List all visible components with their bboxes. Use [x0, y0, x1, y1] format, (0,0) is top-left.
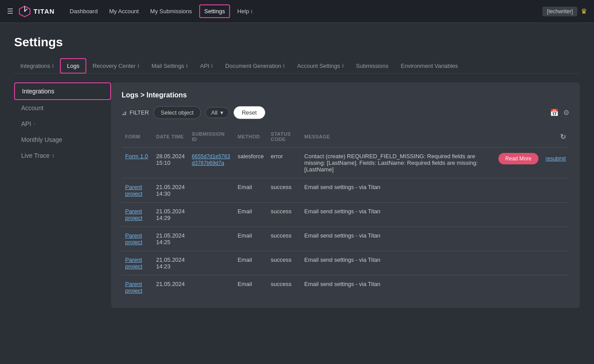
actions-cell — [495, 251, 569, 275]
filter-icon: ⊿ — [122, 109, 127, 116]
sidebar-item-live-trace[interactable]: Live Trace ℹ — [14, 148, 111, 163]
nav-dashboard[interactable]: Dashboard — [65, 5, 102, 17]
all-select-dropdown[interactable]: All ▾ — [205, 107, 229, 118]
actions-cell — [495, 227, 569, 251]
page-body: Settings Integrations ℹ Logs Recovery Ce… — [0, 23, 594, 308]
col-message: MESSAGE — [301, 128, 495, 148]
submission-id-cell — [188, 275, 234, 300]
panel-title: Logs > Integrations — [122, 91, 569, 99]
topnav-right: [techwriter] ♛ — [542, 7, 587, 16]
submission-id-cell — [188, 251, 234, 275]
status-code-cell: success — [267, 227, 301, 251]
message-cell: Contact (create) REQUIRED_FIELD_MISSING:… — [301, 148, 495, 178]
method-cell: Email — [234, 275, 267, 300]
actions-cell: Read Moreresubmit — [495, 148, 569, 178]
submission-id-link[interactable]: 6655d7d1e5763 d3787b69d7a — [192, 153, 230, 166]
sidebar: Integrations Account API › Monthly Usage… — [14, 82, 111, 308]
reset-button[interactable]: Reset — [234, 106, 265, 119]
tab-mail-settings[interactable]: Mail Settings ℹ — [145, 59, 194, 73]
submission-id-cell — [188, 227, 234, 251]
logo: TITAN — [19, 5, 55, 18]
table-row: Parent project21.05.2024 14:29Emailsucce… — [122, 203, 569, 227]
actions-cell — [495, 178, 569, 203]
tab-integrations[interactable]: Integrations ℹ — [14, 59, 60, 73]
method-cell: Email — [234, 251, 267, 275]
date-time-cell: 21.05.2024 14:29 — [152, 203, 188, 227]
resubmit-link[interactable]: resubmit — [546, 156, 566, 162]
message-cell: Email send settings - via Titan — [301, 203, 495, 227]
sidebar-item-account[interactable]: Account — [14, 100, 111, 116]
date-time-cell: 21.05.2024 14:25 — [152, 227, 188, 251]
settings-tabs: Integrations ℹ Logs Recovery Center ℹ Ma… — [14, 58, 580, 74]
refresh-icon[interactable]: ↻ — [560, 133, 566, 141]
col-method: METHOD — [234, 128, 267, 148]
page-title: Settings — [14, 35, 580, 49]
tab-recovery-center[interactable]: Recovery Center ℹ — [86, 59, 145, 73]
titan-logo-icon — [19, 5, 31, 18]
form-link[interactable]: Parent project — [125, 184, 142, 197]
filter-bar: ⊿ FILTER Select object All ▾ Reset 📅 ⚙ — [122, 106, 569, 119]
tab-logs[interactable]: Logs — [60, 58, 86, 74]
topnav: ☰ TITAN Dashboard My Account My Submissi… — [0, 0, 594, 23]
col-submission-id: SUBMISSION ID — [188, 128, 234, 148]
nav-settings[interactable]: Settings — [199, 4, 230, 18]
api-chevron-icon: › — [34, 121, 36, 126]
hamburger-menu[interactable]: ☰ — [7, 7, 13, 15]
nav-my-account[interactable]: My Account — [105, 5, 143, 17]
sidebar-item-api[interactable]: API › — [14, 116, 111, 132]
topnav-links: Dashboard My Account My Submissions Sett… — [65, 4, 542, 18]
form-link[interactable]: Parent project — [125, 281, 142, 294]
method-cell: Email — [234, 178, 267, 203]
logo-text: TITAN — [33, 7, 55, 15]
main-panel: Logs > Integrations ⊿ FILTER Select obje… — [111, 82, 580, 308]
message-cell: Email send settings - via Titan — [301, 275, 495, 300]
nav-help[interactable]: Help ℹ — [233, 5, 256, 17]
table-settings-icon[interactable]: ⚙ — [563, 108, 569, 117]
status-code-cell: success — [267, 203, 301, 227]
tab-submissions[interactable]: Submissions — [350, 59, 395, 73]
table-header-row: FORM DATE TIME SUBMISSION ID METHOD STAT… — [122, 128, 569, 148]
sidebar-item-integrations[interactable]: Integrations — [14, 82, 111, 100]
read-more-button[interactable]: Read More — [498, 153, 538, 164]
col-datetime: DATE TIME — [152, 128, 188, 148]
submission-id-cell — [188, 203, 234, 227]
tab-account-settings[interactable]: Account Settings ℹ — [291, 59, 350, 73]
table-row: Parent project21.05.2024 14:30Emailsucce… — [122, 178, 569, 203]
method-cell: salesforce — [234, 148, 267, 178]
nav-my-submissions[interactable]: My Submissions — [146, 5, 197, 17]
tab-document-generation[interactable]: Document Generation ℹ — [219, 59, 291, 73]
tab-environment-variables[interactable]: Environment Variables — [395, 59, 464, 73]
status-code-cell: error — [267, 148, 301, 178]
status-code-cell: success — [267, 275, 301, 300]
calendar-icon[interactable]: 📅 — [550, 108, 559, 117]
sidebar-item-monthly-usage[interactable]: Monthly Usage — [14, 132, 111, 148]
logs-table: FORM DATE TIME SUBMISSION ID METHOD STAT… — [122, 128, 569, 299]
col-status-code: STATUS CODE — [267, 128, 301, 148]
method-cell: Email — [234, 227, 267, 251]
form-link[interactable]: Parent project — [125, 208, 142, 221]
status-code-cell: success — [267, 178, 301, 203]
message-cell: Email send settings - via Titan — [301, 251, 495, 275]
form-link[interactable]: Parent project — [125, 256, 142, 270]
help-info-icon: ℹ — [251, 9, 252, 14]
table-row: Parent project21.05.2024 14:25Emailsucce… — [122, 227, 569, 251]
message-cell: Email send settings - via Titan — [301, 178, 495, 203]
method-cell: Email — [234, 203, 267, 227]
recovery-center-info-icon: ℹ — [137, 63, 139, 69]
status-code-cell: success — [267, 251, 301, 275]
select-object-button[interactable]: Select object — [153, 106, 201, 119]
form-link[interactable]: Form 1.0 — [125, 153, 148, 160]
date-time-cell: 21.05.2024 — [152, 275, 188, 300]
submission-id-cell: 6655d7d1e5763 d3787b69d7a — [188, 148, 234, 178]
mail-settings-info-icon: ℹ — [186, 63, 188, 69]
content-area: Integrations Account API › Monthly Usage… — [14, 82, 580, 308]
form-link[interactable]: Parent project — [125, 232, 142, 245]
table-row: Form 1.028.05.2024 15:106655d7d1e5763 d3… — [122, 148, 569, 178]
date-time-cell: 21.05.2024 14:30 — [152, 178, 188, 203]
filter-actions-right: 📅 ⚙ — [550, 108, 569, 117]
user-display[interactable]: [techwriter] — [542, 7, 577, 16]
tab-api[interactable]: API ℹ — [194, 59, 219, 73]
actions-cell — [495, 203, 569, 227]
filter-button[interactable]: ⊿ FILTER — [122, 109, 149, 116]
date-time-cell: 21.05.2024 14:23 — [152, 251, 188, 275]
